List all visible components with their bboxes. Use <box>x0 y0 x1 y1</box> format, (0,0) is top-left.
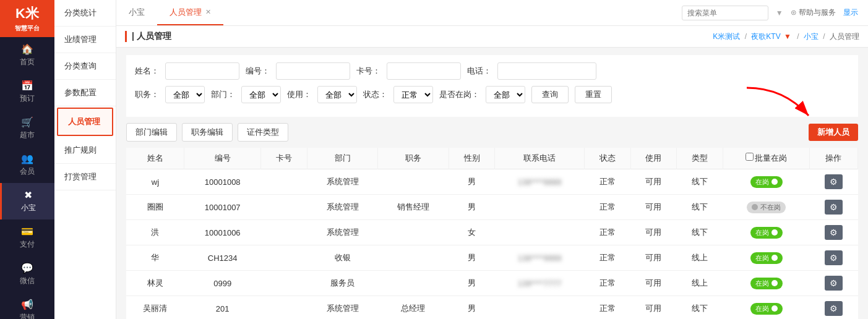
action-gear-button[interactable]: ⚙ <box>825 301 843 316</box>
action-gear-button[interactable]: ⚙ <box>825 174 843 189</box>
left-nav-performance[interactable]: 业绩管理 <box>54 27 116 53</box>
search-menu-input[interactable] <box>682 6 768 20</box>
sidebar-item-label: 预订 <box>20 93 35 104</box>
home-icon: 🏠 <box>21 43 33 55</box>
use-cell: 可用 <box>630 245 677 271</box>
sidebar-item-marketing[interactable]: 📢 营销 <box>0 292 54 319</box>
breadcrumb-yege[interactable]: 夜歌KTV <box>751 32 780 41</box>
left-nav-param-config[interactable]: 参数配置 <box>54 80 116 106</box>
toggle-dot <box>771 255 778 261</box>
number-cell[interactable]: 201 <box>184 296 261 320</box>
toggle-dot <box>771 305 778 312</box>
left-nav-staff-mgmt[interactable]: 人员管理 <box>57 108 113 136</box>
position-edit-button[interactable]: 职务编辑 <box>182 123 233 142</box>
help-service-btn[interactable]: ⊙ 帮助与服务 <box>791 7 836 18</box>
left-nav-category-stat[interactable]: 分类统计 <box>54 0 116 27</box>
dropdown-icon[interactable]: ▼ <box>776 9 783 17</box>
on-post-label: 在岗 <box>755 279 769 288</box>
cert-type-button[interactable]: 证件类型 <box>238 123 288 142</box>
number-cell[interactable]: 10001007 <box>184 195 261 220</box>
on-post-badge[interactable]: 在岗 <box>750 176 783 188</box>
status-select[interactable]: 正常 <box>393 86 433 103</box>
sidebar-item-wechat[interactable]: 💬 微信 <box>0 256 54 292</box>
action-gear-button[interactable]: ⚙ <box>825 225 843 240</box>
dept-label: 部门： <box>211 89 235 100</box>
on-post-cell[interactable]: 在岗 <box>723 220 810 245</box>
sidebar-item-label: 支付 <box>20 239 35 250</box>
on-post-cell[interactable]: 不在岗 <box>723 195 810 220</box>
left-nav-reward-mgmt[interactable]: 打赏管理 <box>54 164 116 190</box>
use-cell: 可用 <box>630 195 677 220</box>
phone-cell-wrap <box>495 195 584 220</box>
number-cell[interactable]: 10001006 <box>184 220 261 245</box>
on-post-cell[interactable]: 在岗 <box>723 296 810 320</box>
name-cell[interactable]: 洪 <box>126 220 184 245</box>
number-cell[interactable]: 10001008 <box>184 169 261 195</box>
action-gear-button[interactable]: ⚙ <box>825 200 843 215</box>
phone-cell-wrap: 138****9999 <box>495 245 584 271</box>
col-number: 编号 <box>184 148 261 169</box>
position-cell <box>378 271 449 296</box>
toolbar: 部门编辑 职务编辑 证件类型 新增人员 <box>126 123 858 142</box>
sidebar-item-market[interactable]: 🛒 超市 <box>0 110 54 147</box>
card-cell <box>261 220 307 245</box>
name-cell[interactable]: 圈圈 <box>126 195 184 220</box>
dept-cell: 系统管理 <box>307 169 377 195</box>
left-nav-promotion[interactable]: 推广规则 <box>54 137 116 164</box>
sidebar-item-xiaobao[interactable]: ✖ 小宝 <box>0 183 54 219</box>
breadcrumb-xiaobao[interactable]: 小宝 <box>804 32 819 41</box>
number-cell[interactable]: 0999 <box>184 271 261 296</box>
on-post-cell[interactable]: 在岗 <box>723 245 810 271</box>
reset-button[interactable]: 重置 <box>575 86 612 103</box>
use-cell: 可用 <box>630 271 677 296</box>
number-cell[interactable]: CH1234 <box>184 245 261 271</box>
phone-input[interactable] <box>497 62 596 80</box>
action-gear-button[interactable]: ⚙ <box>825 276 843 291</box>
name-cell[interactable]: wj <box>126 169 184 195</box>
left-nav-category-query[interactable]: 分类查询 <box>54 53 116 80</box>
on-post-cell[interactable]: 在岗 <box>723 271 810 296</box>
sidebar-item-member[interactable]: 👥 会员 <box>0 147 54 183</box>
breadcrumb-kmice[interactable]: K米测试 <box>713 32 740 41</box>
name-cell[interactable]: 华 <box>126 245 184 271</box>
position-select[interactable]: 全部 <box>165 86 205 103</box>
sidebar-item-label: 超市 <box>20 130 35 140</box>
use-select[interactable]: 全部 <box>317 86 357 103</box>
card-cell <box>261 169 307 195</box>
on-post-select[interactable]: 全部 <box>486 86 525 103</box>
on-post-cell[interactable]: 在岗 <box>723 169 810 195</box>
status-cell: 正常 <box>584 296 630 320</box>
on-post-badge[interactable]: 在岗 <box>750 227 783 239</box>
dept-edit-button[interactable]: 部门编辑 <box>126 123 177 142</box>
sidebar-item-pay[interactable]: 💳 支付 <box>0 219 54 256</box>
batch-on-post-checkbox[interactable] <box>746 153 754 161</box>
query-button[interactable]: 查询 <box>531 86 569 103</box>
name-cell[interactable]: 吴丽清 <box>126 296 184 320</box>
card-input[interactable] <box>387 62 461 80</box>
on-post-badge[interactable]: 不在岗 <box>747 202 786 213</box>
name-input[interactable] <box>165 62 239 80</box>
position-cell <box>378 220 449 245</box>
on-post-badge[interactable]: 在岗 <box>750 252 783 264</box>
add-user-button[interactable]: 新增人员 <box>809 124 858 141</box>
sidebar-item-booking[interactable]: 📅 预订 <box>0 74 54 110</box>
sidebar-item-home[interactable]: 🏠 首页 <box>0 37 54 74</box>
type-cell: 线下 <box>677 296 723 320</box>
on-post-badge[interactable]: 在岗 <box>750 278 783 289</box>
action-cell: ⚙ <box>809 220 857 245</box>
col-name: 姓名 <box>126 148 184 169</box>
card-cell <box>261 245 307 271</box>
gender-cell: 男 <box>449 245 495 271</box>
on-post-badge[interactable]: 在岗 <box>750 303 783 315</box>
number-input[interactable] <box>276 62 350 80</box>
tab-close-icon[interactable]: ✕ <box>205 8 211 16</box>
tab-xiaobao[interactable]: 小宝 <box>116 0 157 25</box>
action-cell: ⚙ <box>809 245 857 271</box>
breadcrumb-dropdown-icon[interactable]: ▼ <box>784 32 791 41</box>
logo-text: K米 <box>15 4 39 23</box>
tab-staff-mgmt[interactable]: 人员管理 ✕ <box>157 0 223 25</box>
dept-select[interactable]: 全部 <box>241 86 281 103</box>
action-gear-button[interactable]: ⚙ <box>825 250 843 265</box>
display-btn[interactable]: 显示 <box>843 7 858 18</box>
name-cell[interactable]: 林灵 <box>126 271 184 296</box>
